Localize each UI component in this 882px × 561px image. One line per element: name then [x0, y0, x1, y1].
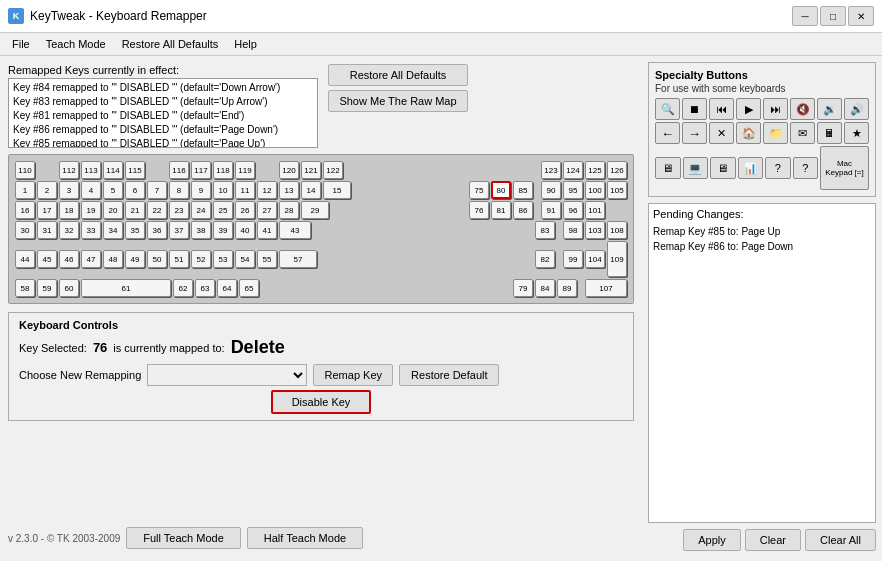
key-33[interactable]: 33 — [81, 221, 101, 239]
key-84[interactable]: 84 — [535, 279, 555, 297]
key-47[interactable]: 47 — [81, 250, 101, 268]
apply-button[interactable]: Apply — [683, 529, 741, 551]
key-119[interactable]: 119 — [235, 161, 255, 179]
menu-file[interactable]: File — [4, 35, 38, 53]
key-26[interactable]: 26 — [235, 201, 255, 219]
key-59[interactable]: 59 — [37, 279, 57, 297]
key-116[interactable]: 116 — [169, 161, 189, 179]
key-25[interactable]: 25 — [213, 201, 233, 219]
key-6[interactable]: 6 — [125, 181, 145, 199]
specialty-btn-question[interactable]: ? — [765, 157, 791, 179]
key-98[interactable]: 98 — [563, 221, 583, 239]
key-4[interactable]: 4 — [81, 181, 101, 199]
maximize-button[interactable]: □ — [820, 6, 846, 26]
key-22[interactable]: 22 — [147, 201, 167, 219]
key-20[interactable]: 20 — [103, 201, 123, 219]
key-29[interactable]: 29 — [301, 201, 329, 219]
key-44[interactable]: 44 — [15, 250, 35, 268]
full-teach-mode-button[interactable]: Full Teach Mode — [126, 527, 241, 549]
specialty-btn-play[interactable]: ▶ — [736, 98, 761, 120]
specialty-btn-screen3[interactable]: 🖥 — [710, 157, 736, 179]
key-62[interactable]: 62 — [173, 279, 193, 297]
key-121[interactable]: 121 — [301, 161, 321, 179]
specialty-btn-forward[interactable]: → — [682, 122, 707, 144]
key-21[interactable]: 21 — [125, 201, 145, 219]
key-43[interactable]: 43 — [279, 221, 311, 239]
menu-restore-all-defaults[interactable]: Restore All Defaults — [114, 35, 227, 53]
key-54[interactable]: 54 — [235, 250, 255, 268]
specialty-btn-prev[interactable]: ⏮ — [709, 98, 734, 120]
key-53[interactable]: 53 — [213, 250, 233, 268]
key-126[interactable]: 126 — [607, 161, 627, 179]
key-1[interactable]: 1 — [15, 181, 35, 199]
key-9[interactable]: 9 — [191, 181, 211, 199]
key-125[interactable]: 125 — [585, 161, 605, 179]
key-28[interactable]: 28 — [279, 201, 299, 219]
remapped-keys-list[interactable]: Key #84 remapped to '" DISABLED "' (defa… — [8, 78, 318, 148]
remap-key-button[interactable]: Remap Key — [313, 364, 393, 386]
key-115[interactable]: 115 — [125, 161, 145, 179]
key-52[interactable]: 52 — [191, 250, 211, 268]
specialty-btn-calc[interactable]: 🖩 — [817, 122, 842, 144]
key-81[interactable]: 81 — [491, 201, 511, 219]
key-120[interactable]: 120 — [279, 161, 299, 179]
key-101[interactable]: 101 — [585, 201, 605, 219]
key-108[interactable]: 108 — [607, 221, 627, 239]
key-31[interactable]: 31 — [37, 221, 57, 239]
restore-all-button[interactable]: Restore All Defaults — [328, 64, 468, 86]
disable-key-button[interactable]: Disable Key — [271, 390, 371, 414]
key-32[interactable]: 32 — [59, 221, 79, 239]
minimize-button[interactable]: ─ — [792, 6, 818, 26]
specialty-btn-mute[interactable]: 🔇 — [790, 98, 815, 120]
remap-select[interactable] — [147, 364, 307, 386]
key-17[interactable]: 17 — [37, 201, 57, 219]
key-58[interactable]: 58 — [15, 279, 35, 297]
key-13[interactable]: 13 — [279, 181, 299, 199]
key-82[interactable]: 82 — [535, 250, 555, 268]
key-2[interactable]: 2 — [37, 181, 57, 199]
key-124[interactable]: 124 — [563, 161, 583, 179]
key-104[interactable]: 104 — [585, 250, 605, 268]
key-105[interactable]: 105 — [607, 181, 627, 199]
specialty-btn-question2[interactable]: ? — [793, 157, 819, 179]
key-5[interactable]: 5 — [103, 181, 123, 199]
key-50[interactable]: 50 — [147, 250, 167, 268]
key-65[interactable]: 65 — [239, 279, 259, 297]
key-113[interactable]: 113 — [81, 161, 101, 179]
key-12[interactable]: 12 — [257, 181, 277, 199]
specialty-btn-folder[interactable]: 📁 — [763, 122, 788, 144]
key-63[interactable]: 63 — [195, 279, 215, 297]
key-90[interactable]: 90 — [541, 181, 561, 199]
key-95[interactable]: 95 — [563, 181, 583, 199]
key-107[interactable]: 107 — [585, 279, 627, 297]
key-61[interactable]: 61 — [81, 279, 171, 297]
key-46[interactable]: 46 — [59, 250, 79, 268]
clear-all-button[interactable]: Clear All — [805, 529, 876, 551]
key-112[interactable]: 112 — [59, 161, 79, 179]
specialty-btn-stop[interactable]: ⏹ — [682, 98, 707, 120]
key-118[interactable]: 118 — [213, 161, 233, 179]
key-7[interactable]: 7 — [147, 181, 167, 199]
key-51[interactable]: 51 — [169, 250, 189, 268]
key-85[interactable]: 85 — [513, 181, 533, 199]
specialty-btn-home[interactable]: 🏠 — [736, 122, 761, 144]
key-37[interactable]: 37 — [169, 221, 189, 239]
key-99[interactable]: 99 — [563, 250, 583, 268]
show-raw-map-button[interactable]: Show Me The Raw Map — [328, 90, 468, 112]
specialty-btn-monitor[interactable]: 🖥 — [655, 157, 681, 179]
specialty-btn-voldown[interactable]: 🔉 — [817, 98, 842, 120]
key-91[interactable]: 91 — [541, 201, 561, 219]
key-48[interactable]: 48 — [103, 250, 123, 268]
key-64[interactable]: 64 — [217, 279, 237, 297]
specialty-btn-chart[interactable]: 📊 — [738, 157, 764, 179]
specialty-btn-next[interactable]: ⏭ — [763, 98, 788, 120]
key-60[interactable]: 60 — [59, 279, 79, 297]
key-3[interactable]: 3 — [59, 181, 79, 199]
key-24[interactable]: 24 — [191, 201, 211, 219]
key-36[interactable]: 36 — [147, 221, 167, 239]
specialty-btn-x[interactable]: ✕ — [709, 122, 734, 144]
key-18[interactable]: 18 — [59, 201, 79, 219]
menu-help[interactable]: Help — [226, 35, 265, 53]
key-27[interactable]: 27 — [257, 201, 277, 219]
specialty-btn-search[interactable]: 🔍 — [655, 98, 680, 120]
